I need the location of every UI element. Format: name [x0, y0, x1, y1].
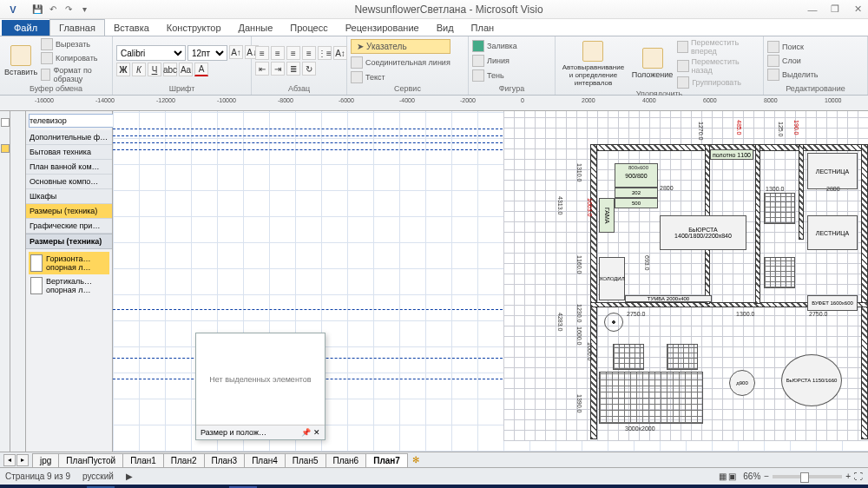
tab-design[interactable]: Конструктор	[158, 20, 230, 36]
redo-icon[interactable]: ↷	[62, 3, 75, 16]
align-center-button[interactable]: ≡	[271, 46, 285, 60]
shadow-icon	[472, 69, 484, 82]
tab-insert[interactable]: Вставка	[105, 20, 158, 36]
page-tab[interactable]: План1	[122, 453, 164, 467]
fridge: ХОЛОДИЛ	[599, 257, 625, 300]
tab-data[interactable]: Данные	[230, 20, 282, 36]
align-left-button[interactable]: ≡	[255, 46, 269, 60]
indent-dec-button[interactable]: ⇤	[255, 62, 269, 76]
prev-page-icon[interactable]: ◂	[3, 454, 16, 466]
shapes-pane-toggle[interactable]	[1, 118, 10, 127]
size-position-window[interactable]: Нет выделенных элементов Размер и полож……	[195, 333, 326, 440]
next-page-icon[interactable]: ▸	[16, 454, 29, 466]
text-tool-button[interactable]: Текст	[351, 71, 450, 83]
quick-access: 💾 ↶ ↷ ▾	[26, 3, 95, 16]
bullets-button[interactable]: ⋮≡	[318, 46, 332, 60]
tab-process[interactable]: Процесс	[281, 20, 336, 36]
no-selection-msg: Нет выделенных элементов	[196, 333, 325, 425]
align-right-button[interactable]: ≡	[286, 46, 300, 60]
font-extra[interactable]: A↕	[333, 46, 347, 60]
chair-grid	[764, 257, 795, 288]
stencil-cat[interactable]: Графические при…	[26, 219, 112, 234]
font-name-select[interactable]: Calibri	[116, 45, 186, 61]
tab-review[interactable]: Рецензирование	[337, 20, 428, 36]
stencil-cat[interactable]: Бытовая техника	[26, 145, 112, 160]
maximize-button[interactable]: ❐	[825, 2, 845, 17]
rotate-button[interactable]: ↻	[302, 62, 316, 76]
bold-button[interactable]: Ж	[116, 63, 130, 76]
stencil-cat[interactable]: Шкафы	[26, 189, 112, 204]
qat-more-icon[interactable]: ▾	[78, 3, 90, 16]
page-tab[interactable]: План6	[326, 453, 367, 467]
stencil-cat[interactable]: Основные компо…	[26, 175, 112, 189]
stencil-header[interactable]: Размеры (техника)	[26, 234, 112, 249]
dim: 693.0	[644, 255, 650, 271]
zoom-in-icon[interactable]: +	[845, 472, 851, 481]
underline-button[interactable]: Ч	[148, 63, 161, 76]
stencil-cat[interactable]: План ванной ком…	[26, 160, 112, 175]
layers-button[interactable]: Слои	[767, 55, 819, 67]
shape-item[interactable]: Горизонта… опорная л…	[29, 252, 109, 274]
file-tab[interactable]: Файл	[2, 20, 49, 36]
floor-plan[interactable]: полотно 1100 ГАМА 900/800 202 500 ХОЛОДИ…	[503, 111, 868, 441]
select-button[interactable]: Выделить	[767, 69, 819, 81]
justify-button[interactable]: ≡	[302, 46, 316, 60]
fill-button[interactable]: Заливка	[472, 40, 517, 52]
strike-button[interactable]: abc	[163, 63, 177, 76]
cut-button[interactable]: Вырезать	[41, 38, 108, 50]
copy-button[interactable]: Копировать	[41, 52, 108, 64]
page-tab[interactable]: План5	[285, 453, 326, 467]
pane-toggle[interactable]	[1, 144, 10, 153]
italic-button[interactable]: К	[132, 63, 146, 76]
brush-icon	[41, 69, 50, 81]
group-label: Редактирование	[767, 83, 864, 93]
indent-inc-button[interactable]: ⇥	[271, 62, 285, 76]
view-icons[interactable]: ▦ ▣	[719, 472, 737, 481]
tab-home[interactable]: Главная	[49, 19, 105, 36]
zoom-slider[interactable]	[773, 475, 842, 478]
line-button[interactable]: Линия	[472, 55, 517, 67]
find-button[interactable]: Поиск	[767, 41, 819, 53]
format-painter-button[interactable]: Формат по образцу	[41, 66, 108, 83]
page-tab[interactable]: План4	[244, 453, 286, 467]
page-tab-active[interactable]: План7	[365, 453, 408, 467]
paste-button[interactable]: Вставить	[3, 43, 38, 78]
select-icon	[767, 69, 779, 81]
macro-icon[interactable]: ▶	[126, 472, 133, 481]
increase-font-icon[interactable]: A↑	[229, 45, 243, 59]
drawing-canvas[interactable]: Нет выделенных элементов Размер и полож……	[113, 111, 868, 452]
page-tab[interactable]: jpg	[32, 453, 59, 467]
minimize-button[interactable]: —	[802, 2, 823, 17]
position-button[interactable]: Положение	[630, 46, 674, 81]
counter-seg: 202	[615, 188, 658, 198]
shape-item[interactable]: Вертикаль… опорная л…	[29, 274, 109, 297]
pointer-tool-button[interactable]: ➤Указатель	[351, 39, 450, 54]
valign-button[interactable]: ≣	[286, 62, 300, 76]
close-button[interactable]: ✕	[847, 2, 868, 17]
shadow-button[interactable]: Тень	[472, 69, 517, 82]
dim-red: 485.0	[736, 120, 742, 135]
zoom-out-icon[interactable]: −	[764, 472, 769, 481]
page-tab[interactable]: План2	[163, 453, 205, 467]
page-tab[interactable]: План3	[204, 453, 246, 467]
new-page-icon[interactable]: ✻	[407, 455, 424, 465]
dim-red: 190.0	[793, 120, 799, 135]
stencil-cat[interactable]: Дополнительные фи…	[26, 130, 112, 145]
send-back-button[interactable]: Переместить назад	[677, 57, 760, 75]
dim: 1600.0	[576, 326, 582, 345]
connector-tool-button[interactable]: Соединительная линия	[351, 56, 450, 69]
case-button[interactable]: Aa	[179, 63, 193, 76]
group-button[interactable]: Группировать	[677, 76, 760, 89]
ruler-horizontal: -16000-14000-12000-10000-8000-6000-4000-…	[0, 96, 868, 111]
stencil-cat[interactable]: Размеры (техника)	[26, 204, 112, 219]
page-tab[interactable]: ПланПустой	[58, 453, 123, 467]
tab-view[interactable]: Вид	[428, 20, 463, 36]
zoom-fit-icon[interactable]: ⛶	[854, 472, 863, 481]
auto-arrange-button[interactable]: Автовыравнивание и определение интервало…	[559, 39, 628, 89]
undo-icon[interactable]: ↶	[47, 3, 59, 16]
tab-plan[interactable]: План	[463, 20, 503, 36]
save-icon[interactable]: 💾	[31, 3, 43, 16]
font-size-select[interactable]: 12пт	[187, 45, 227, 61]
bring-forward-button[interactable]: Переместить вперед	[677, 38, 760, 56]
font-color-button[interactable]: A	[194, 63, 208, 76]
